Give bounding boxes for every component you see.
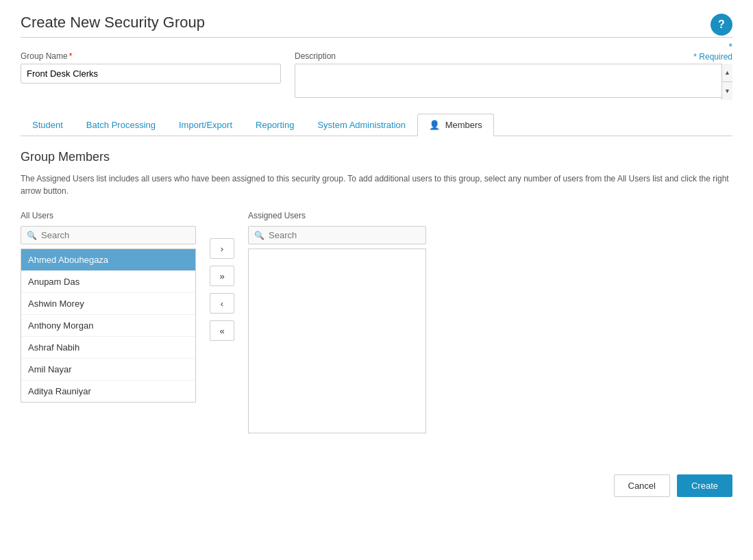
arrow-buttons-panel: › » ‹ « [196, 211, 248, 341]
list-item[interactable]: Ashwin Morey [21, 293, 195, 315]
tab-members[interactable]: 👤 Members [417, 114, 494, 136]
assigned-users-search-box: 🔍 [248, 226, 426, 244]
section-description: The Assigned Users list includes all use… [21, 173, 732, 197]
all-users-search-icon: 🔍 [27, 231, 37, 240]
required-text: * Required [693, 52, 732, 62]
all-users-label: All Users [21, 211, 196, 220]
description-label: Description [295, 51, 732, 61]
assigned-users-search-icon: 🔍 [254, 231, 264, 240]
form-row: Group Name* Description ▲ ▼ [21, 51, 732, 100]
tab-import-export[interactable]: Import/Export [167, 114, 244, 136]
tab-system-administration[interactable]: System Administration [306, 114, 417, 136]
title-divider [21, 37, 732, 38]
assigned-users-search-input[interactable] [269, 230, 420, 240]
move-right-all-button[interactable]: » [210, 266, 234, 286]
textarea-scroll-up[interactable]: ▲ [722, 64, 732, 82]
footer-row: Cancel Create [21, 468, 732, 497]
all-users-container: All Users 🔍 Ahmed Abouhegaza Anupam Das … [21, 211, 196, 403]
required-label: * * Required [693, 41, 732, 62]
move-left-single-button[interactable]: ‹ [210, 293, 234, 314]
all-users-search-box: 🔍 [21, 226, 196, 244]
list-item[interactable]: Ahmed Abouhegaza [21, 249, 195, 271]
list-item[interactable]: Ashraf Nabih [21, 337, 195, 359]
tabs-row: Student Batch Processing Import/Export R… [21, 114, 732, 136]
create-button[interactable]: Create [677, 474, 732, 497]
list-item[interactable]: Aditya Rauniyar [21, 381, 195, 402]
assigned-users-label: Assigned Users [248, 211, 426, 220]
description-field: Description ▲ ▼ [295, 51, 732, 100]
section-title: Group Members [21, 150, 732, 164]
list-item[interactable]: Amil Nayar [21, 359, 195, 381]
assigned-users-listbox [248, 249, 426, 433]
members-tab-icon: 👤 [429, 120, 440, 130]
move-right-single-button[interactable]: › [210, 238, 234, 259]
cancel-button[interactable]: Cancel [614, 474, 670, 497]
tab-student[interactable]: Student [21, 114, 75, 136]
assigned-users-container: Assigned Users 🔍 [248, 211, 426, 433]
group-name-label: Group Name* [21, 51, 281, 61]
tab-batch-processing[interactable]: Batch Processing [75, 114, 167, 136]
members-tab-label: Members [445, 120, 482, 130]
users-panel: All Users 🔍 Ahmed Abouhegaza Anupam Das … [21, 211, 732, 433]
list-item[interactable]: Anupam Das [21, 271, 195, 293]
help-button[interactable]: ? [711, 14, 732, 36]
asterisk: * [729, 41, 732, 52]
textarea-scroll-down[interactable]: ▼ [722, 82, 732, 100]
group-name-field: Group Name* [21, 51, 281, 84]
list-item[interactable]: Anthony Morgan [21, 315, 195, 337]
all-users-listbox: Ahmed Abouhegaza Anupam Das Ashwin Morey… [21, 249, 196, 403]
group-name-input[interactable] [21, 64, 281, 84]
move-left-all-button[interactable]: « [210, 320, 234, 341]
all-users-search-input[interactable] [41, 230, 190, 240]
all-users-listbox-wrapper: Ahmed Abouhegaza Anupam Das Ashwin Morey… [21, 249, 196, 403]
page-title: Create New Security Group [21, 14, 732, 31]
tab-reporting[interactable]: Reporting [244, 114, 306, 136]
description-textarea[interactable] [295, 64, 732, 98]
textarea-scroll-controls: ▲ ▼ [721, 64, 732, 100]
textarea-wrapper: ▲ ▼ [295, 64, 732, 100]
members-section: Group Members The Assigned Users list in… [21, 136, 732, 440]
